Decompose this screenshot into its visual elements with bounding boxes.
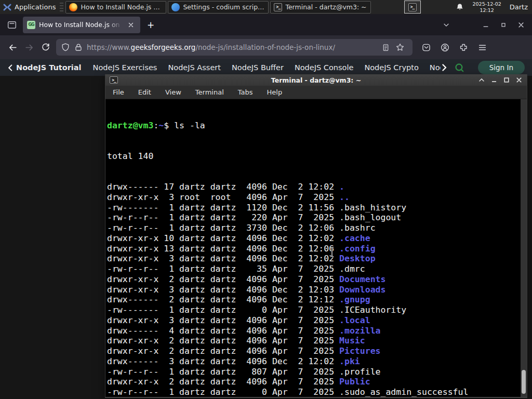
- user-menu[interactable]: Dartz: [510, 3, 528, 11]
- nav-item-nodejs-crypto[interactable]: NodeJS Crypto: [364, 63, 418, 72]
- browser-minimize-button[interactable]: [477, 18, 495, 32]
- panel-grip: [60, 3, 63, 12]
- url-text[interactable]: https://www.geeksforgeeks.org/node-js/in…: [87, 43, 378, 51]
- tab-how-to-install-nodejs[interactable]: GG How to Install Node.js on: [23, 17, 140, 33]
- terminal-line: -rw------- 1 dartz dartz 1120 Dec 2 11:5…: [107, 203, 527, 213]
- prompt-colon: :: [153, 121, 158, 130]
- applications-menu-button[interactable]: Applications: [0, 0, 60, 14]
- terminal-tray-icon: >_: [408, 3, 417, 11]
- nav-item-nodejs-dns[interactable]: NodeJS DNS: [430, 63, 441, 72]
- url-path: /node-js/installation-of-node-js-on-linu…: [195, 43, 335, 51]
- terminal-menu-help[interactable]: Help: [267, 88, 283, 96]
- taskbar-window-terminal[interactable]: >_Terminal - dartz@vm3: ~: [270, 1, 371, 14]
- back-button[interactable]: [4, 39, 21, 56]
- menu-button[interactable]: [475, 40, 489, 55]
- terminal-rollup-button[interactable]: [478, 76, 485, 84]
- close-icon: [516, 77, 522, 83]
- extensions-button[interactable]: [456, 40, 471, 55]
- file-name: Public: [339, 377, 370, 387]
- file-name: .ICEauthority: [339, 305, 406, 315]
- terminal-window-title: Terminal - dartz@vm3: ~: [105, 76, 527, 84]
- browser-maximize-button[interactable]: [495, 18, 512, 32]
- terminal-close-button[interactable]: [515, 76, 523, 84]
- tracking-protection-shield-icon[interactable]: [61, 43, 70, 51]
- terminal-line: -rw-r--r-- 1 dartz dartz 0 Apr 7 2025 .s…: [107, 387, 527, 397]
- tab-close-button[interactable]: [126, 20, 136, 30]
- notifications-button[interactable]: [454, 3, 466, 11]
- terminal-line: drwxr-xr-x 13 dartz dartz 4096 Dec 2 12:…: [107, 244, 527, 254]
- nav-back-nodejs-tutorial[interactable]: NodeJS Tutorial: [7, 63, 82, 72]
- terminal-line: drwx------ 3 dartz dartz 4096 Dec 2 12:0…: [107, 356, 527, 367]
- site-search-button[interactable]: [455, 63, 464, 73]
- file-name: .: [339, 182, 344, 192]
- terminal-line: -rw------- 1 dartz dartz 0 Apr 7 2025 .I…: [107, 305, 527, 315]
- terminal-menu-file[interactable]: File: [113, 88, 124, 96]
- nav-item-nodejs-assert[interactable]: NodeJS Assert: [168, 63, 221, 72]
- account-icon: [441, 43, 449, 52]
- nav-item-nodejs-exercises[interactable]: NodeJS Exercises: [93, 63, 157, 72]
- terminal-menu-edit[interactable]: Edit: [138, 88, 151, 96]
- list-all-tabs-button[interactable]: [438, 18, 454, 32]
- prompt-command: $ ls -la: [164, 121, 205, 130]
- terminal-line: drwxr-xr-x 2 dartz dartz 4096 Apr 7 2025…: [107, 377, 527, 387]
- back-arrow-icon: [8, 43, 17, 52]
- bell-icon: [456, 3, 464, 11]
- terminal-line: drwxr-xr-x 2 dartz dartz 4096 Apr 7 2025…: [107, 336, 527, 346]
- bookmark-star-button[interactable]: [393, 40, 407, 55]
- terminal-line: -rw-r--r-- 1 dartz dartz 3730 Dec 2 12:0…: [107, 223, 527, 233]
- forward-arrow-icon: [25, 43, 34, 52]
- close-icon: [517, 21, 525, 29]
- maximize-icon: [503, 77, 510, 83]
- taskbar: Applications How to Install Node.js o...…: [0, 0, 532, 14]
- terminal-line: drwxr-xr-x 10 dartz dartz 4096 Dec 2 12:…: [107, 233, 527, 244]
- terminal-scrollbar-thumb[interactable]: [522, 370, 526, 394]
- chevron-right-icon: [442, 64, 447, 71]
- reload-button[interactable]: [37, 39, 54, 56]
- clock-date: 2025-12-02: [473, 1, 501, 7]
- firefox-view-button[interactable]: [4, 18, 20, 32]
- tray-terminal-slot[interactable]: >_: [404, 1, 421, 14]
- terminal-menu-view[interactable]: View: [165, 88, 181, 96]
- terminal-line: drwxr-xr-x 3 root root 4096 Apr 7 2025 .…: [107, 192, 527, 203]
- navigation-toolbar: https://www.geeksforgeeks.org/node-js/in…: [0, 35, 532, 59]
- file-name: .profile: [339, 367, 380, 377]
- file-name: .bashrc: [339, 223, 376, 233]
- file-name: Desktop: [339, 254, 376, 263]
- pocket-save-button[interactable]: [419, 40, 433, 55]
- terminal-menu-tabs[interactable]: Tabs: [238, 88, 253, 96]
- taskbar-window-codium[interactable]: Settings - codium script...: [168, 1, 269, 14]
- terminal-prompt-line: dartz@vm3:~$ ls -la: [107, 121, 527, 131]
- terminal-maximize-button[interactable]: [503, 76, 510, 84]
- url-domain: geeksforgeeks.org: [131, 43, 196, 51]
- forward-button[interactable]: [21, 39, 37, 56]
- clock[interactable]: 2025-12-02 12:12: [473, 1, 501, 13]
- account-button[interactable]: [437, 40, 452, 55]
- nav-scroll-right-button[interactable]: [442, 64, 447, 71]
- browser-close-button[interactable]: [512, 18, 530, 32]
- search-icon: [455, 63, 464, 73]
- firefox-icon: [69, 3, 77, 11]
- file-name: Pictures: [339, 346, 380, 356]
- file-name: .mozilla: [339, 326, 380, 336]
- sign-in-button[interactable]: Sign In: [478, 61, 525, 74]
- url-bar[interactable]: https://www.geeksforgeeks.org/node-js/in…: [56, 39, 413, 56]
- terminal-minimize-button[interactable]: [490, 76, 498, 84]
- terminal-line: -rw-r--r-- 1 dartz dartz 807 Apr 7 2025 …: [107, 367, 527, 377]
- terminal-menubar: FileEditViewTerminalTabsHelp: [105, 86, 527, 99]
- new-tab-button[interactable]: +: [143, 18, 158, 32]
- file-name: Downloads: [339, 285, 385, 295]
- reader-mode-button[interactable]: [378, 40, 393, 55]
- terminal-titlebar[interactable]: >_ Terminal - dartz@vm3: ~: [105, 74, 527, 86]
- file-name: .sudo_as_admin_successful: [339, 387, 468, 397]
- nav-item-nodejs-console[interactable]: NodeJS Console: [295, 63, 354, 72]
- chevron-up-icon: [478, 77, 485, 83]
- terminal-scrollbar[interactable]: [521, 99, 527, 397]
- codium-icon: [171, 3, 180, 11]
- taskbar-window-firefox[interactable]: How to Install Node.js o...: [65, 1, 166, 14]
- nav-item-nodejs-buffer[interactable]: NodeJS Buffer: [232, 63, 284, 72]
- terminal-menu-terminal[interactable]: Terminal: [195, 88, 224, 96]
- firefox-view-icon: [7, 20, 17, 30]
- terminal-body[interactable]: dartz@vm3:~$ ls -la total 140 drwx------…: [105, 99, 527, 397]
- lock-icon[interactable]: [74, 43, 83, 51]
- taskbar-window-label: How to Install Node.js o...: [81, 3, 163, 11]
